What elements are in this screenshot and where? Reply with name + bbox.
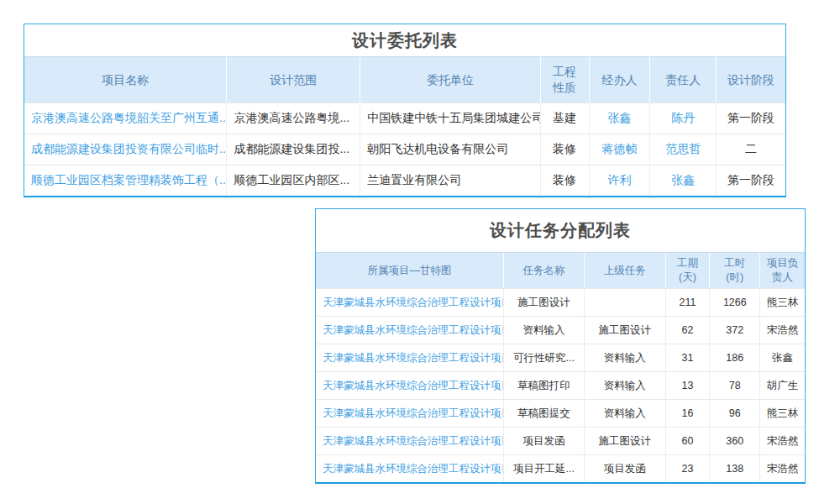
column-header-work-hours: 工时 (时): [710, 253, 760, 288]
client-unit-cell: 中国铁建中铁十五局集团城建公司: [360, 103, 541, 134]
parent-task-cell: 资料输入: [585, 344, 666, 371]
parent-project-link[interactable]: 天津蒙城县水环境综合治理工程设计项目: [316, 344, 504, 371]
design-scope-cell: 京港澳高速公路粤境...: [227, 103, 360, 134]
project-owner-cell: 宋浩然: [760, 317, 805, 344]
task-name-cell: 草稿图提交: [504, 400, 585, 427]
work-hours-cell: 1266: [710, 289, 760, 316]
work-hours-cell: 186: [710, 344, 760, 371]
project-nature-cell: 装修: [541, 165, 590, 196]
task-name-cell: 项目开工延...: [504, 455, 585, 482]
design-stage-cell: 二: [717, 134, 785, 165]
responsible-link[interactable]: 陈丹: [650, 103, 717, 134]
project-owner-cell: 宋浩然: [760, 428, 805, 454]
design-task-assignment-table: 设计任务分配列表 所属项目—甘特图 任务名称 上级任务 工期 (天) 工时 (时…: [315, 208, 806, 484]
task-table-header: 所属项目—甘特图 任务名称 上级任务 工期 (天) 工时 (时) 项目负 责人: [316, 253, 805, 288]
task-name-cell: 草稿图打印: [504, 372, 585, 399]
work-hours-cell: 78: [710, 372, 760, 399]
project-nature-cell: 基建: [541, 103, 590, 134]
table-row: 天津蒙城县水环境综合治理工程设计项目 项目发函 施工图设计 60 360 宋浩然: [316, 427, 805, 454]
parent-task-cell: 施工图设计: [585, 317, 666, 344]
parent-project-link[interactable]: 天津蒙城县水环境综合治理工程设计项目: [316, 289, 504, 316]
duration-days-cell: 16: [666, 400, 711, 427]
handler-link[interactable]: 张鑫: [590, 103, 651, 134]
duration-days-cell: 211: [666, 289, 711, 316]
parent-project-link[interactable]: 天津蒙城县水环境综合治理工程设计项目: [316, 400, 504, 427]
project-owner-cell: 张鑫: [760, 344, 805, 371]
commission-table-body: 京港澳高速公路粤境韶关至广州互通... 京港澳高速公路粤境... 中国铁建中铁十…: [24, 102, 785, 196]
parent-project-link[interactable]: 天津蒙城县水环境综合治理工程设计项目: [316, 428, 504, 454]
work-hours-cell: 360: [710, 428, 760, 454]
project-name-link[interactable]: 成都能源建设集团投资有限公司临时...: [24, 134, 227, 165]
commission-table-title: 设计委托列表: [24, 24, 785, 57]
responsible-link[interactable]: 范思哲: [650, 134, 717, 165]
parent-task-cell: 资料输入: [585, 372, 666, 399]
project-name-link[interactable]: 顺德工业园区档案管理精装饰工程（...: [24, 165, 227, 196]
column-header-duration-days: 工期 (天): [666, 253, 711, 288]
duration-days-cell: 62: [666, 317, 711, 344]
responsible-link[interactable]: 张鑫: [650, 165, 717, 196]
column-header-design-scope: 设计范围: [227, 57, 360, 102]
table-row: 天津蒙城县水环境综合治理工程设计项目 草稿图提交 资料输入 16 96 熊三林: [316, 399, 805, 427]
handler-link[interactable]: 蒋德帧: [590, 134, 651, 165]
column-header-parent-project-gantt: 所属项目—甘特图: [316, 253, 504, 288]
work-hours-cell: 96: [710, 400, 760, 427]
table-row: 成都能源建设集团投资有限公司临时... 成都能源建设集团投... 朝阳飞达机电设…: [24, 134, 785, 165]
design-stage-cell: 第一阶段: [717, 103, 785, 134]
commission-table-header: 项目名称 设计范围 委托单位 工程 性质 经办人 责任人 设计阶段: [24, 57, 785, 102]
project-nature-cell: 装修: [541, 134, 590, 165]
parent-task-cell: 资料输入: [585, 400, 666, 427]
work-hours-cell: 138: [710, 455, 760, 482]
parent-project-link[interactable]: 天津蒙城县水环境综合治理工程设计项目: [316, 317, 504, 344]
table-row: 天津蒙城县水环境综合治理工程设计项目 项目开工延... 项目发函 23 138 …: [316, 454, 805, 482]
table-row: 天津蒙城县水环境综合治理工程设计项目 草稿图打印 资料输入 13 78 胡广生: [316, 371, 805, 399]
parent-project-link[interactable]: 天津蒙城县水环境综合治理工程设计项目: [316, 455, 504, 482]
task-name-cell: 可行性研究...: [504, 344, 585, 371]
table-row: 天津蒙城县水环境综合治理工程设计项目 可行性研究... 资料输入 31 186 …: [316, 344, 805, 371]
column-header-handler: 经办人: [590, 57, 651, 102]
column-header-project-nature: 工程 性质: [541, 57, 590, 102]
task-name-cell: 项目发函: [504, 428, 585, 454]
column-header-design-stage: 设计阶段: [717, 57, 785, 102]
column-header-project-name: 项目名称: [24, 57, 227, 102]
column-header-task-name: 任务名称: [504, 253, 585, 288]
column-header-parent-task: 上级任务: [585, 253, 666, 288]
parent-task-cell: 项目发函: [585, 455, 666, 482]
column-header-responsible: 责任人: [650, 57, 717, 102]
project-owner-cell: 宋浩然: [760, 455, 805, 482]
task-name-cell: 资料输入: [504, 317, 585, 344]
task-table-body: 天津蒙城县水环境综合治理工程设计项目 施工图设计 211 1266 熊三林 天津…: [316, 288, 805, 482]
project-name-link[interactable]: 京港澳高速公路粤境韶关至广州互通...: [24, 103, 227, 134]
duration-days-cell: 13: [666, 372, 711, 399]
design-scope-cell: 顺德工业园区内部区...: [227, 165, 360, 196]
column-header-client-unit: 委托单位: [360, 57, 541, 102]
table-row: 天津蒙城县水环境综合治理工程设计项目 施工图设计 211 1266 熊三林: [316, 288, 805, 316]
task-name-cell: 施工图设计: [504, 289, 585, 316]
table-row: 天津蒙城县水环境综合治理工程设计项目 资料输入 施工图设计 62 372 宋浩然: [316, 316, 805, 344]
table-row: 顺德工业园区档案管理精装饰工程（... 顺德工业园区内部区... 兰迪置业有限公…: [24, 165, 785, 196]
design-scope-cell: 成都能源建设集团投...: [227, 134, 360, 165]
project-owner-cell: 熊三林: [760, 289, 805, 316]
project-owner-cell: 熊三林: [760, 400, 805, 427]
table-row: 京港澳高速公路粤境韶关至广州互通... 京港澳高速公路粤境... 中国铁建中铁十…: [24, 102, 785, 134]
project-owner-cell: 胡广生: [760, 372, 805, 399]
duration-days-cell: 31: [666, 344, 711, 371]
parent-task-cell: 施工图设计: [585, 428, 666, 454]
client-unit-cell: 兰迪置业有限公司: [360, 165, 541, 196]
task-table-title: 设计任务分配列表: [316, 209, 805, 253]
parent-project-link[interactable]: 天津蒙城县水环境综合治理工程设计项目: [316, 372, 504, 399]
duration-days-cell: 23: [666, 455, 711, 482]
column-header-project-owner: 项目负 责人: [760, 253, 805, 288]
work-hours-cell: 372: [710, 317, 760, 344]
duration-days-cell: 60: [666, 428, 711, 454]
parent-task-cell: [585, 289, 666, 316]
handler-link[interactable]: 许利: [590, 165, 651, 196]
design-commission-table: 设计委托列表 项目名称 设计范围 委托单位 工程 性质 经办人 责任人 设计阶段…: [24, 24, 786, 197]
design-stage-cell: 第一阶段: [717, 165, 785, 196]
client-unit-cell: 朝阳飞达机电设备有限公司: [360, 134, 541, 165]
